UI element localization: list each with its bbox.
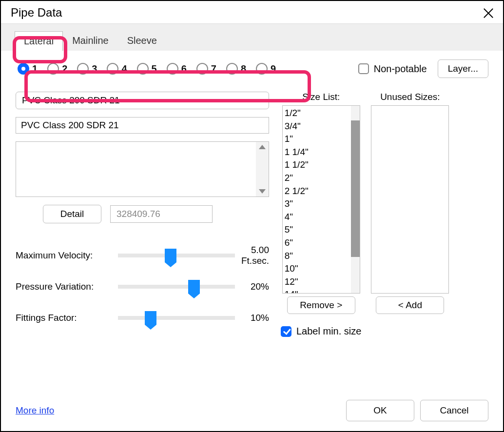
radio-icon <box>18 63 29 75</box>
dialog-title: Pipe Data <box>11 6 62 20</box>
checkbox-icon <box>358 63 369 74</box>
non-potable-label: Non-potable <box>374 63 427 75</box>
textarea-body[interactable] <box>16 142 256 196</box>
size-list-item[interactable]: 1" <box>285 133 349 146</box>
chevron-down-icon <box>257 99 263 102</box>
radio-label: 6 <box>181 63 187 75</box>
right-column: Size List: 1/2"3/4"1"1 1/4"1 1/2"2"2 1/2… <box>281 92 488 337</box>
slider-thumb[interactable] <box>165 249 176 262</box>
detail-row: Detail 328409.76 <box>16 205 269 223</box>
fittings-factor-value: 10% <box>240 313 269 323</box>
slider-thumb[interactable] <box>188 280 200 294</box>
add-button[interactable]: < Add <box>376 296 444 314</box>
size-list-column: Size List: 1/2"3/4"1"1 1/4"1 1/2"2"2 1/2… <box>281 92 361 337</box>
radio-icon <box>226 63 238 75</box>
pipe-number-radio-9[interactable]: 9 <box>256 63 276 75</box>
scroll-up-icon[interactable] <box>259 145 266 149</box>
non-potable-checkbox[interactable]: Non-potable <box>358 63 427 75</box>
radio-label: 1 <box>32 63 38 75</box>
detail-value-field: 328409.76 <box>110 205 213 223</box>
detail-button[interactable]: Detail <box>43 205 101 223</box>
textarea-scrollbar[interactable] <box>256 142 269 196</box>
pipe-number-radio-3[interactable]: 3 <box>77 63 97 75</box>
pipe-number-radio-2[interactable]: 2 <box>47 63 67 75</box>
size-list-item[interactable]: 1 1/4" <box>285 146 349 159</box>
dialog-footer: More info OK Cancel <box>1 392 503 431</box>
radio-label: 2 <box>62 63 67 75</box>
pressure-variation-row: Pressure Variation: 20% <box>16 275 269 298</box>
pipe-number-radio-4[interactable]: 4 <box>107 63 127 75</box>
fittings-factor-slider[interactable] <box>118 316 235 320</box>
layer-button[interactable]: Layer... <box>438 59 488 78</box>
radio-label: 5 <box>152 63 157 75</box>
label-min-size-checkbox[interactable]: Label min. size <box>281 326 361 337</box>
size-list-item[interactable]: 14" <box>285 288 349 294</box>
size-list-item[interactable]: 3/4" <box>285 120 349 133</box>
pressure-variation-value: 20% <box>240 281 269 292</box>
more-info-link[interactable]: More info <box>16 405 54 416</box>
scroll-down-icon[interactable] <box>259 189 266 194</box>
left-column: PVC Class 200 SDR 21 Detail 328409.76 <box>16 92 269 337</box>
max-velocity-label: Maximum Velocity: <box>16 250 113 261</box>
radio-icon <box>167 63 178 75</box>
max-velocity-value: 5.00 Ft.sec. <box>240 245 269 266</box>
size-list-item[interactable]: 10" <box>285 262 349 275</box>
titlebar: Pipe Data <box>1 1 503 23</box>
size-list-box[interactable]: 1/2"3/4"1"1 1/4"1 1/2"2"2 1/2"3"4"5"6"8"… <box>282 105 360 294</box>
size-list-title: Size List: <box>302 92 340 102</box>
size-list-item[interactable]: 1/2" <box>285 107 349 120</box>
remove-button[interactable]: Remove > <box>287 296 355 314</box>
radio-icon <box>256 63 268 75</box>
top-row: 123456789 Non-potable Layer... <box>16 59 488 78</box>
size-list-item[interactable]: 12" <box>285 275 349 289</box>
close-icon[interactable] <box>484 8 493 18</box>
radio-icon <box>107 63 118 75</box>
radio-icon <box>137 63 149 75</box>
cancel-button[interactable]: Cancel <box>420 400 488 421</box>
label-min-size-text: Label min. size <box>296 326 361 337</box>
radio-label: 9 <box>271 63 276 75</box>
size-list-item[interactable]: 2 1/2" <box>285 185 349 198</box>
pipe-number-radio-5[interactable]: 5 <box>137 63 157 75</box>
scrollbar-thumb[interactable] <box>351 120 360 257</box>
max-velocity-row: Maximum Velocity: 5.00 Ft.sec. <box>16 244 269 267</box>
tab-content: 123456789 Non-potable Layer... PVC Class… <box>1 51 503 392</box>
tabs-row: LateralMainlineSleeve <box>1 23 503 51</box>
ok-button[interactable]: OK <box>346 400 414 421</box>
max-velocity-slider[interactable] <box>118 254 235 257</box>
pipe-number-radio-7[interactable]: 7 <box>196 63 216 75</box>
size-list-item[interactable]: 3" <box>285 197 349 211</box>
pipe-class-display-field[interactable] <box>16 117 269 134</box>
radio-label: 7 <box>211 63 216 75</box>
radio-label: 3 <box>92 63 97 75</box>
size-list-item[interactable]: 5" <box>285 223 349 236</box>
unused-sizes-column: Unused Sizes: < Add <box>371 92 449 337</box>
pipe-number-radio-6[interactable]: 6 <box>167 63 187 75</box>
size-list-item[interactable]: 1 1/2" <box>285 158 349 172</box>
footer-buttons: OK Cancel <box>346 400 488 421</box>
size-list-item[interactable]: 4" <box>285 211 349 224</box>
unused-sizes-title: Unused Sizes: <box>380 92 440 102</box>
pressure-variation-slider[interactable] <box>118 285 235 289</box>
radio-label: 4 <box>121 63 127 75</box>
tab-mainline[interactable]: Mainline <box>63 31 117 51</box>
pipe-number-radio-group: 123456789 <box>16 61 281 77</box>
checkbox-icon <box>281 326 291 337</box>
slider-thumb[interactable] <box>145 311 156 325</box>
pipe-number-radio-1[interactable]: 1 <box>18 63 38 75</box>
radio-icon <box>47 63 59 75</box>
pipe-data-dialog: Pipe Data LateralMainlineSleeve 12345678… <box>0 0 504 432</box>
notes-textarea[interactable] <box>16 141 269 197</box>
listbox-scrollbar[interactable] <box>351 106 360 293</box>
pipe-number-radio-8[interactable]: 8 <box>226 63 246 75</box>
size-list-item[interactable]: 6" <box>285 236 349 250</box>
tab-sleeve[interactable]: Sleeve <box>118 31 166 51</box>
radio-label: 8 <box>241 63 246 75</box>
pressure-variation-label: Pressure Variation: <box>16 281 113 292</box>
unused-sizes-box[interactable] <box>371 105 449 294</box>
size-list-item[interactable]: 8" <box>285 250 349 263</box>
pipe-class-select[interactable]: PVC Class 200 SDR 21 <box>16 92 269 109</box>
size-list-item[interactable]: 2" <box>285 172 349 185</box>
fittings-factor-label: Fittings Factor: <box>16 313 113 323</box>
tab-lateral[interactable]: Lateral <box>15 31 63 51</box>
